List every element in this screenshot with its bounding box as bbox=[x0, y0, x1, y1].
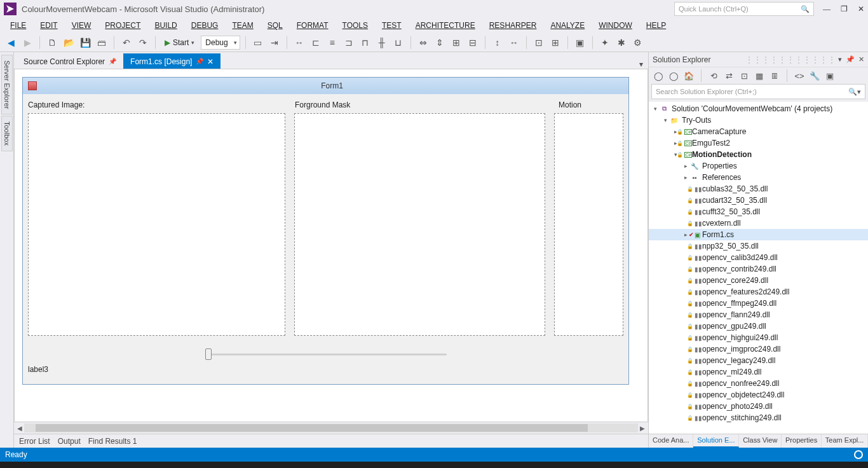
space-btn-2[interactable]: ↔ bbox=[507, 36, 521, 50]
menu-resharper[interactable]: RESHARPER bbox=[483, 19, 543, 32]
space-btn-1[interactable]: ↕ bbox=[491, 36, 505, 50]
se-properties-button[interactable]: 🗏 bbox=[769, 70, 780, 81]
scroll-right-icon[interactable]: ▶ bbox=[638, 425, 647, 432]
file-opencv-features2d249-dll[interactable]: 🔒▮▮opencv_features2d249.dll bbox=[649, 286, 868, 298]
nav-back-button[interactable]: ◀ bbox=[4, 36, 18, 50]
order-btn-1[interactable]: ▣ bbox=[573, 36, 587, 50]
se-showall-button[interactable]: ▦ bbox=[754, 70, 765, 81]
file-opencv-core249-dll[interactable]: 🔒▮▮opencv_core249.dll bbox=[649, 275, 868, 286]
align-left-button[interactable]: ⊏ bbox=[309, 36, 323, 50]
tab-form1-design[interactable]: Form1.cs [Design] 📌 ✕ bbox=[123, 53, 220, 69]
scroll-track[interactable] bbox=[24, 423, 638, 432]
align-middle-button[interactable]: ╫ bbox=[375, 36, 389, 50]
tab-code-analysis[interactable]: Code Ana... bbox=[649, 434, 693, 448]
panel-pin-icon[interactable]: 📌 bbox=[846, 55, 855, 64]
folder-tryouts[interactable]: 📁Try-Outs bbox=[649, 114, 868, 126]
file-opencv-objdetect249-dll[interactable]: 🔒▮▮opencv_objdetect249.dll bbox=[649, 389, 868, 401]
tab-properties[interactable]: Properties bbox=[782, 434, 822, 448]
menu-analyze[interactable]: ANALYZE bbox=[544, 19, 591, 32]
layout-btn-1[interactable]: ▭ bbox=[251, 36, 265, 50]
expand-icon[interactable] bbox=[661, 117, 669, 123]
menu-test[interactable]: TEST bbox=[376, 19, 408, 32]
start-debug-button[interactable]: ▶ Start ▾ bbox=[161, 36, 198, 50]
align-right-button[interactable]: ⊐ bbox=[342, 36, 356, 50]
file-opencv-ml249-dll[interactable]: 🔒▮▮opencv_ml249.dll bbox=[649, 366, 868, 378]
size-btn-1[interactable]: ⇔ bbox=[416, 36, 430, 50]
tab-solution-explorer[interactable]: Solution E... bbox=[693, 434, 739, 448]
pin-icon[interactable]: 📌 bbox=[109, 58, 116, 65]
panel-foreground-mask[interactable] bbox=[294, 113, 545, 336]
ext-btn-1[interactable]: ✦ bbox=[598, 36, 612, 50]
panel-grip[interactable]: ⋮⋮⋮⋮⋮⋮⋮⋮⋮⋮⋮⋮⋮⋮⋮⋮⋮⋮⋮⋮⋮⋮⋮⋮⋮⋮⋮⋮⋮⋮⋮⋮ bbox=[745, 55, 834, 64]
menu-tools[interactable]: TOOLS bbox=[336, 19, 374, 32]
expand-icon[interactable] bbox=[682, 163, 689, 169]
horizontal-scrollbar[interactable]: ◀ ▶ bbox=[14, 422, 648, 434]
solution-node[interactable]: ⧉Solution 'ColourMovementWebcam' (4 proj… bbox=[649, 103, 868, 114]
references-node[interactable]: ▪▪References bbox=[649, 172, 868, 183]
restore-button[interactable]: ❐ bbox=[841, 4, 848, 14]
align-center-button[interactable]: ≡ bbox=[325, 36, 339, 50]
slider-thumb[interactable] bbox=[205, 348, 212, 360]
tab-overflow-button[interactable]: ▾ bbox=[639, 60, 643, 69]
file-npp32-50-35-dll[interactable]: 🔒▮▮npp32_50_35.dll bbox=[649, 240, 868, 252]
file-opencv-contrib249-dll[interactable]: 🔒▮▮opencv_contrib249.dll bbox=[649, 263, 868, 275]
center-btn-1[interactable]: ⊡ bbox=[532, 36, 546, 50]
file-opencv-highgui249-dll[interactable]: 🔒▮▮opencv_highgui249.dll bbox=[649, 332, 868, 343]
expand-icon[interactable] bbox=[682, 174, 689, 181]
config-dropdown[interactable]: Debug bbox=[201, 36, 240, 50]
properties-node[interactable]: 🔧Properties bbox=[649, 160, 868, 172]
undo-button[interactable]: ↶ bbox=[119, 36, 133, 50]
server-explorer-tab[interactable]: Server Explorer bbox=[1, 55, 13, 114]
project-motiondetection[interactable]: 🔒C#MotionDetection bbox=[649, 149, 868, 160]
size-btn-4[interactable]: ⊟ bbox=[466, 36, 480, 50]
se-refresh-button[interactable]: ⇄ bbox=[723, 70, 735, 81]
scroll-thumb[interactable] bbox=[36, 424, 588, 432]
trackbar-control[interactable] bbox=[205, 347, 447, 361]
panel-motion[interactable] bbox=[554, 113, 623, 336]
se-code-button[interactable]: <> bbox=[794, 70, 805, 81]
search-icon[interactable]: 🔍▾ bbox=[848, 88, 861, 96]
file-cublas32-50-35-dll[interactable]: 🔒▮▮cublas32_50_35.dll bbox=[649, 183, 868, 195]
menu-view[interactable]: VIEW bbox=[65, 19, 98, 32]
form-body[interactable]: Captured Image: Forground Mask Motion bbox=[23, 94, 628, 384]
file-opencv-nonfree249-dll[interactable]: 🔒▮▮opencv_nonfree249.dll bbox=[649, 378, 868, 389]
se-view-button[interactable]: ▣ bbox=[824, 70, 836, 81]
menu-project[interactable]: PROJECT bbox=[98, 19, 147, 32]
file-opencv-ffmpeg249-dll[interactable]: 🔒▮▮opencv_ffmpeg249.dll bbox=[649, 298, 868, 309]
se-home-button[interactable]: 🏠 bbox=[683, 70, 695, 81]
pin-icon[interactable]: 📌 bbox=[196, 58, 203, 65]
tab-error-list[interactable]: Error List bbox=[19, 437, 50, 446]
open-button[interactable]: 📂 bbox=[62, 36, 76, 50]
menu-architecture[interactable]: ARCHITECTURE bbox=[409, 19, 482, 32]
file-cvextern-dll[interactable]: 🔒▮▮cvextern.dll bbox=[649, 217, 868, 229]
file-opencv-imgproc249-dll[interactable]: 🔒▮▮opencv_imgproc249.dll bbox=[649, 343, 868, 355]
tab-output[interactable]: Output bbox=[58, 437, 81, 446]
file-form1-cs[interactable]: ✔▣Form1.cs bbox=[649, 229, 868, 240]
se-back-button[interactable]: ◯ bbox=[653, 70, 664, 81]
menu-edit[interactable]: EDIT bbox=[34, 19, 64, 32]
file-opencv-flann249-dll[interactable]: 🔒▮▮opencv_flann249.dll bbox=[649, 309, 868, 320]
menu-help[interactable]: HELP bbox=[640, 19, 672, 32]
ext-btn-2[interactable]: ✱ bbox=[614, 36, 628, 50]
se-collapse-button[interactable]: ⊡ bbox=[738, 70, 750, 81]
menu-sql[interactable]: SQL bbox=[261, 19, 289, 32]
save-button[interactable]: 💾 bbox=[78, 36, 92, 50]
align-top-button[interactable]: ⊓ bbox=[358, 36, 372, 50]
align-btn-1[interactable]: ↔ bbox=[292, 36, 306, 50]
size-btn-2[interactable]: ⇕ bbox=[433, 36, 447, 50]
tab-source-control-explorer[interactable]: Source Control Explorer 📌 bbox=[17, 53, 123, 69]
panel-captured-image[interactable] bbox=[28, 113, 285, 336]
se-wrench-button[interactable]: 🔧 bbox=[809, 70, 820, 81]
se-forward-button[interactable]: ◯ bbox=[668, 70, 679, 81]
solution-tree[interactable]: ⧉Solution 'ColourMovementWebcam' (4 proj… bbox=[649, 102, 868, 434]
save-all-button[interactable]: 🗃 bbox=[95, 36, 109, 50]
nav-forward-button[interactable]: ▶ bbox=[20, 36, 34, 50]
quick-launch-input[interactable]: Quick Launch (Ctrl+Q) 🔍 bbox=[674, 2, 814, 16]
redo-button[interactable]: ↷ bbox=[136, 36, 150, 50]
toolbox-tab[interactable]: Toolbox bbox=[1, 116, 13, 151]
tab-team-explorer[interactable]: Team Expl... bbox=[822, 434, 868, 448]
panel-close-icon[interactable]: ✕ bbox=[858, 55, 864, 64]
expand-icon[interactable] bbox=[651, 106, 659, 112]
minimize-button[interactable]: — bbox=[823, 4, 831, 14]
tab-class-view[interactable]: Class View bbox=[739, 434, 782, 448]
